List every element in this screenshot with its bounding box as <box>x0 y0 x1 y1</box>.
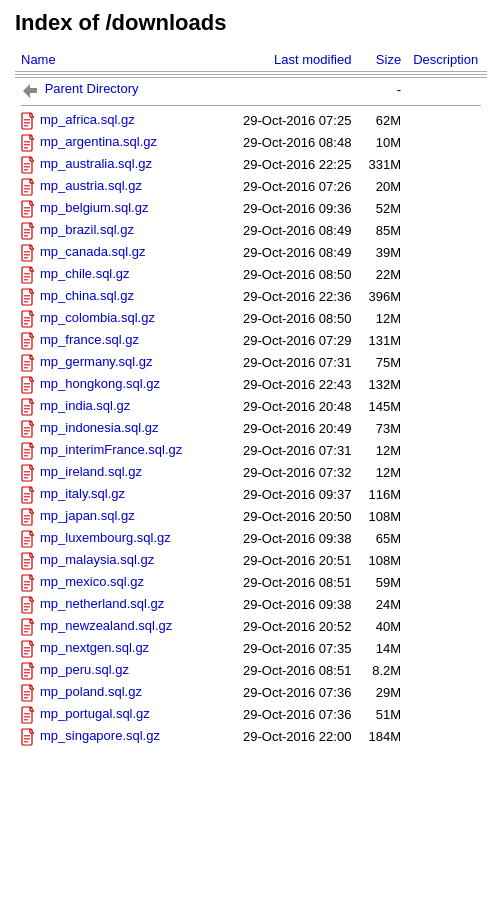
file-size-cell: 20M <box>357 176 407 198</box>
col-header-desc[interactable]: Description <box>407 48 487 72</box>
file-desc-cell <box>407 308 487 330</box>
parent-directory-link[interactable]: Parent Directory <box>45 81 139 96</box>
file-link[interactable]: mp_poland.sql.gz <box>40 684 142 699</box>
file-size-cell: 184M <box>357 726 407 748</box>
file-link[interactable]: mp_colombia.sql.gz <box>40 310 155 325</box>
parent-dir-size: - <box>357 78 407 101</box>
svg-rect-65 <box>24 386 30 388</box>
file-icon <box>21 420 40 435</box>
file-link[interactable]: mp_africa.sql.gz <box>40 112 135 127</box>
file-size-cell: 24M <box>357 594 407 616</box>
svg-rect-71 <box>24 411 28 413</box>
file-date-cell: 29-Oct-2016 09:36 <box>214 198 358 220</box>
file-name-cell: mp_australia.sql.gz <box>15 154 214 176</box>
file-desc-cell <box>407 242 487 264</box>
svg-rect-110 <box>24 584 30 586</box>
svg-rect-49 <box>24 317 30 319</box>
file-link[interactable]: mp_canada.sql.gz <box>40 244 146 259</box>
file-link[interactable]: mp_chile.sql.gz <box>40 266 130 281</box>
file-link[interactable]: mp_mexico.sql.gz <box>40 574 144 589</box>
svg-rect-60 <box>24 364 30 366</box>
file-icon <box>21 266 40 281</box>
file-link[interactable]: mp_peru.sql.gz <box>40 662 129 677</box>
svg-rect-86 <box>24 477 28 479</box>
file-name-cell: mp_belgium.sql.gz <box>15 198 214 220</box>
file-link[interactable]: mp_newzealand.sql.gz <box>40 618 172 633</box>
file-link[interactable]: mp_argentina.sql.gz <box>40 134 157 149</box>
svg-marker-0 <box>23 84 30 98</box>
parent-directory-row: Parent Directory - <box>15 78 487 101</box>
file-icon <box>21 530 40 545</box>
file-link[interactable]: mp_china.sql.gz <box>40 288 134 303</box>
file-link[interactable]: mp_nextgen.sql.gz <box>40 640 149 655</box>
name-sort-link[interactable]: Name <box>21 52 56 67</box>
svg-rect-85 <box>24 474 30 476</box>
file-link[interactable]: mp_malaysia.sql.gz <box>40 552 154 567</box>
svg-rect-74 <box>24 427 30 429</box>
svg-rect-59 <box>24 361 30 363</box>
svg-rect-136 <box>24 697 28 699</box>
date-sort-link[interactable]: Last modified <box>274 52 351 67</box>
file-link[interactable]: mp_france.sql.gz <box>40 332 139 347</box>
svg-rect-120 <box>24 628 30 630</box>
file-desc-cell <box>407 506 487 528</box>
file-link[interactable]: mp_germany.sql.gz <box>40 354 152 369</box>
table-row: mp_singapore.sql.gz 29-Oct-2016 22:00 18… <box>15 726 487 748</box>
svg-rect-105 <box>24 562 30 564</box>
table-row: mp_poland.sql.gz 29-Oct-2016 07:36 29M <box>15 682 487 704</box>
svg-rect-90 <box>24 496 30 498</box>
file-link[interactable]: mp_italy.sql.gz <box>40 486 125 501</box>
svg-rect-6 <box>24 125 28 127</box>
file-link[interactable]: mp_india.sql.gz <box>40 398 130 413</box>
table-row: mp_hongkong.sql.gz 29-Oct-2016 22:43 132… <box>15 374 487 396</box>
file-link[interactable]: mp_portugal.sql.gz <box>40 706 150 721</box>
file-link[interactable]: mp_indonesia.sql.gz <box>40 420 159 435</box>
file-icon <box>21 156 40 171</box>
file-link[interactable]: mp_japan.sql.gz <box>40 508 135 523</box>
svg-rect-26 <box>24 213 28 215</box>
col-header-size[interactable]: Size <box>357 48 407 72</box>
svg-rect-79 <box>24 449 30 451</box>
svg-rect-84 <box>24 471 30 473</box>
file-name-cell: mp_china.sql.gz <box>15 286 214 308</box>
file-date-cell: 29-Oct-2016 20:52 <box>214 616 358 638</box>
size-sort-link[interactable]: Size <box>376 52 401 67</box>
file-icon <box>21 178 40 193</box>
file-date-cell: 29-Oct-2016 07:32 <box>214 462 358 484</box>
svg-rect-36 <box>24 257 28 259</box>
desc-sort-link[interactable]: Description <box>413 52 478 67</box>
table-row: mp_canada.sql.gz 29-Oct-2016 08:49 39M <box>15 242 487 264</box>
svg-rect-70 <box>24 408 30 410</box>
file-link[interactable]: mp_brazil.sql.gz <box>40 222 134 237</box>
file-date-cell: 29-Oct-2016 07:26 <box>214 176 358 198</box>
file-size-cell: 108M <box>357 550 407 572</box>
col-header-date[interactable]: Last modified <box>214 48 358 72</box>
table-row: mp_chile.sql.gz 29-Oct-2016 08:50 22M <box>15 264 487 286</box>
file-link[interactable]: mp_belgium.sql.gz <box>40 200 148 215</box>
svg-rect-101 <box>24 543 28 545</box>
file-link[interactable]: mp_australia.sql.gz <box>40 156 152 171</box>
file-link[interactable]: mp_hongkong.sql.gz <box>40 376 160 391</box>
table-row: mp_interimFrance.sql.gz 29-Oct-2016 07:3… <box>15 440 487 462</box>
file-icon <box>21 112 40 127</box>
file-date-cell: 29-Oct-2016 07:35 <box>214 638 358 660</box>
table-row: mp_netherland.sql.gz 29-Oct-2016 09:38 2… <box>15 594 487 616</box>
file-link[interactable]: mp_netherland.sql.gz <box>40 596 164 611</box>
svg-rect-46 <box>24 301 28 303</box>
file-size-cell: 12M <box>357 440 407 462</box>
file-link[interactable]: mp_ireland.sql.gz <box>40 464 142 479</box>
file-date-cell: 29-Oct-2016 07:31 <box>214 352 358 374</box>
file-link[interactable]: mp_singapore.sql.gz <box>40 728 160 743</box>
svg-rect-34 <box>24 251 30 253</box>
file-link[interactable]: mp_austria.sql.gz <box>40 178 142 193</box>
file-name-cell: mp_brazil.sql.gz <box>15 220 214 242</box>
svg-rect-50 <box>24 320 30 322</box>
file-link[interactable]: mp_luxembourg.sql.gz <box>40 530 171 545</box>
svg-rect-40 <box>24 276 30 278</box>
file-desc-cell <box>407 528 487 550</box>
file-desc-cell <box>407 352 487 374</box>
svg-rect-1 <box>29 88 37 93</box>
file-link[interactable]: mp_interimFrance.sql.gz <box>40 442 182 457</box>
col-header-name[interactable]: Name <box>15 48 214 72</box>
file-desc-cell <box>407 264 487 286</box>
